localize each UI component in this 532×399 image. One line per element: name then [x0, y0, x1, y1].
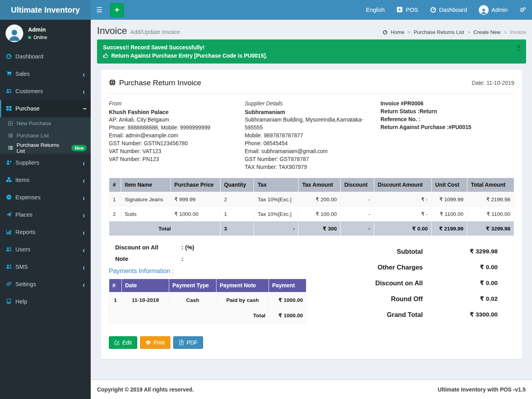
invoice-card-header: Purchase Return Invoice Date: 11-10-2019	[109, 79, 514, 94]
totals-block: Subtotal ₹ 3299.98 Other Charges ₹ 0.00 …	[308, 244, 514, 327]
avatar	[479, 5, 489, 15]
sidebar-item-dashboard[interactable]: Dashboard	[0, 48, 91, 65]
items-table: # Item Name Purchase Price Quantity Tax …	[109, 178, 514, 236]
sidebar-item-sms[interactable]: SMS ‹	[0, 258, 91, 275]
submenu-item-purchase-list[interactable]: Purchase List	[0, 129, 91, 142]
chevron-left-icon: ‹	[83, 279, 85, 289]
close-icon[interactable]: ×	[517, 44, 521, 51]
sidebar-item-customers[interactable]: Customers ‹	[0, 82, 91, 100]
success-alert: Success!! Record Saved Successfully! Ret…	[97, 39, 526, 64]
sidebar-item-reports[interactable]: Reports ‹	[0, 223, 91, 241]
table-row: 1 11-10-2019 Cash Paid by cash ₹ 1000.00	[109, 292, 306, 308]
tachometer-icon	[6, 53, 15, 60]
invoice-meta-block: Invoice #PR0006 Return Status :Return Re…	[381, 100, 514, 171]
payments-heading: Payments Information :	[109, 268, 308, 275]
user-menu[interactable]: Admin	[473, 0, 513, 20]
chevron-left-icon: ‹	[83, 245, 85, 254]
round-off-row: Round Off ₹ 0.02	[308, 295, 498, 303]
copyright-text: Copyright © 2019 All rights reserved.	[97, 386, 194, 393]
sidebar-item-suppliers[interactable]: Suppliers ‹	[0, 154, 91, 171]
app-logo[interactable]: Ultimate Inventory	[0, 0, 91, 20]
language-menu[interactable]: English	[360, 0, 391, 20]
sidebar-item-places[interactable]: Places ‹	[0, 206, 91, 223]
quick-add-button[interactable]: +	[110, 3, 124, 17]
note-row: Note :	[115, 255, 308, 262]
gears-icon	[519, 6, 526, 13]
sidebar-item-items[interactable]: Items ‹	[0, 171, 91, 189]
avatar	[6, 24, 23, 42]
content: Success!! Record Saved Successfully! Ret…	[91, 36, 532, 380]
gears-icon	[6, 281, 15, 288]
items-total-row: Total 3 - ₹ 300 - ₹ 0.00 ₹ 2199.99 ₹ 329…	[109, 221, 514, 236]
plus-square-icon	[396, 6, 403, 13]
breadcrumb-separator: >	[504, 29, 507, 35]
grid-icon	[6, 105, 15, 112]
file-pdf-icon	[179, 339, 184, 346]
breadcrumb: Home > Purchase Returns List > Create Ne…	[383, 29, 526, 35]
invoice-parties: From Khush Fashion Palace AP: Ankali, Ci…	[109, 100, 514, 171]
pencil-square-icon	[114, 339, 120, 346]
list-icon	[8, 145, 17, 151]
other-charges-row: Other Charges ₹ 0.00	[308, 264, 498, 271]
discount-on-all-total-row: Discount on All ₹ 0.00	[308, 279, 498, 287]
thumbs-up-icon	[103, 52, 108, 59]
settings-menu[interactable]	[513, 0, 532, 20]
user-plus-icon	[6, 159, 15, 166]
submenu-item-purchase-returns-list[interactable]: Purchase Returns List New	[0, 142, 91, 154]
payments-table: # Date Payment Type Payment Note Payment…	[109, 279, 306, 323]
sidebar-user-status[interactable]: Online	[28, 35, 47, 40]
breadcrumb-purchase-returns-list[interactable]: Purchase Returns List	[414, 29, 464, 35]
supplier-name: Subhramaniam	[245, 108, 370, 116]
submenu-item-new-purchase[interactable]: New Purchase	[0, 117, 91, 129]
breadcrumb-create-new[interactable]: Create New	[474, 29, 501, 35]
users-icon	[6, 264, 15, 270]
tachometer-icon	[430, 6, 437, 13]
from-block: From Khush Fashion Palace AP: Ankali, Ci…	[109, 100, 245, 171]
invoice-card: Purchase Return Invoice Date: 11-10-2019…	[101, 70, 522, 359]
bar-chart-icon	[6, 229, 15, 236]
plus-square-icon	[8, 120, 17, 126]
payments-header-row: # Date Payment Type Payment Note Payment	[109, 279, 306, 292]
sidebar-toggle-icon[interactable]: ☰	[91, 0, 108, 20]
sidebar-item-settings[interactable]: Settings ‹	[0, 275, 91, 293]
sidebar-item-purchase[interactable]: Purchase ‹	[0, 100, 91, 117]
breadcrumb-separator: >	[407, 29, 411, 35]
page-subtitle: Add/Update Invoice	[130, 29, 180, 35]
footer: Copyright © 2019 All rights reserved. Ul…	[91, 380, 532, 399]
sidebar-item-users[interactable]: Users ‹	[0, 241, 91, 258]
sidebar: Admin Online Dashboard Sales ‹ Customers…	[0, 20, 91, 399]
page-title: Invoice	[97, 25, 127, 36]
pos-link[interactable]: POS	[390, 0, 424, 20]
main-content-area: InvoiceAdd/Update Invoice Home > Purchas…	[91, 20, 532, 399]
chevron-left-icon: ‹	[83, 175, 85, 185]
subtotal-row: Subtotal ₹ 3299.98	[308, 248, 498, 255]
sidebar-user-name: Admin	[28, 26, 47, 33]
edit-button[interactable]: Edit	[109, 336, 137, 349]
print-button[interactable]: Print	[140, 336, 170, 349]
globe-icon	[109, 79, 116, 87]
breadcrumb-home[interactable]: Home	[391, 29, 405, 35]
table-row: 2 Suits ₹ 1000.00 1 Tax 10%[Exc.] ₹ 100.…	[109, 207, 514, 221]
chevron-left-icon: ‹	[83, 227, 85, 237]
users-icon	[6, 88, 15, 95]
cubes-icon	[6, 177, 15, 184]
breadcrumb-separator: >	[467, 29, 470, 35]
navbar-right-menu: English POS Dashboard Admin	[360, 0, 532, 20]
list-icon	[8, 133, 17, 139]
chevron-left-icon: ‹	[83, 86, 85, 96]
chevron-left-icon: ‹	[83, 69, 85, 79]
printer-icon	[146, 339, 151, 346]
chevron-left-icon: ‹	[83, 262, 85, 272]
sidebar-user-panel: Admin Online	[0, 20, 91, 48]
paper-plane-icon	[6, 212, 15, 218]
invoice-title: Purchase Return Invoice	[109, 79, 201, 87]
dashboard-link[interactable]: Dashboard	[424, 0, 473, 20]
new-badge: New	[71, 145, 87, 151]
sidebar-item-help[interactable]: Help	[0, 293, 91, 310]
chevron-left-icon: ‹	[83, 193, 85, 202]
discount-on-all-row: Discount on All : (%)	[115, 244, 308, 251]
sidebar-item-sales[interactable]: Sales ‹	[0, 65, 91, 82]
pdf-button[interactable]: PDF	[173, 336, 203, 349]
chevron-down-icon: ‹	[79, 108, 89, 110]
sidebar-item-expenses[interactable]: Expenses ‹	[0, 189, 91, 206]
